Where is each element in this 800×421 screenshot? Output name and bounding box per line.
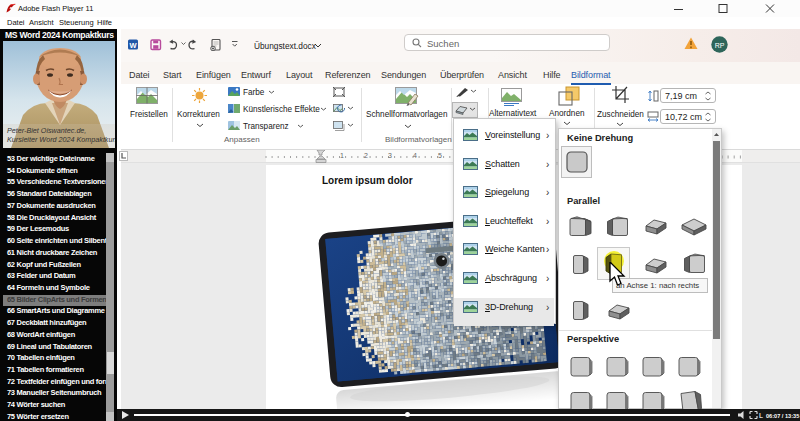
svg-text:RP: RP [715, 42, 725, 49]
svg-text:Peter-Biet Oiswantec.de,: Peter-Biet Oiswantec.de, [7, 126, 86, 135]
svg-text:Kursleiter Word 2024 Kompaktku: Kursleiter Word 2024 Kompaktkurs [7, 135, 115, 144]
svg-text:W: W [129, 41, 137, 50]
svg-text:L: L [759, 412, 763, 419]
